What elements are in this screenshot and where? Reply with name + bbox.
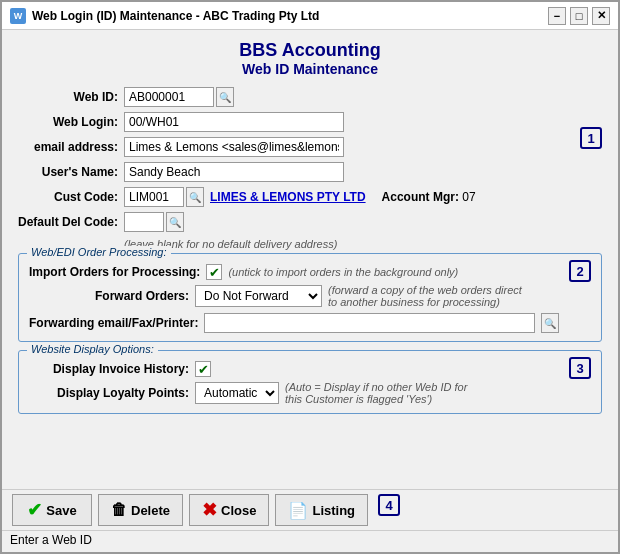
maximize-button[interactable]: □: [570, 7, 588, 25]
website-display-title: Website Display Options:: [27, 343, 158, 355]
email-label: email address:: [18, 140, 118, 154]
forward-orders-row: Forward Orders: Do Not Forward Forward t…: [29, 284, 559, 308]
cust-code-row: Cust Code: 🔍 LIMES & LEMONS PTY LTD Acco…: [18, 187, 574, 207]
default-del-label: Default Del Code:: [18, 215, 118, 229]
forwarding-search-button[interactable]: 🔍: [541, 313, 559, 333]
title-bar: W Web Login (ID) Maintenance - ABC Tradi…: [2, 2, 618, 30]
default-del-input[interactable]: [124, 212, 164, 232]
close-button[interactable]: ✖ Close: [189, 494, 269, 526]
web-login-row: Web Login:: [18, 112, 574, 132]
web-id-search-button[interactable]: 🔍: [216, 87, 234, 107]
cust-name-link[interactable]: LIMES & LEMONS PTY LTD: [210, 190, 366, 204]
status-text: Enter a Web ID: [10, 533, 92, 547]
forwarding-input[interactable]: [204, 313, 535, 333]
delete-label: Delete: [131, 503, 170, 518]
save-icon: ✔: [27, 499, 42, 521]
import-orders-hint: (untick to import orders in the backgrou…: [228, 266, 458, 278]
close-label: Close: [221, 503, 256, 518]
cust-code-label: Cust Code:: [18, 190, 118, 204]
default-del-search-button[interactable]: 🔍: [166, 212, 184, 232]
display-loyalty-select[interactable]: Automatic Yes No: [195, 382, 279, 404]
default-del-row: Default Del Code: 🔍: [18, 212, 574, 232]
website-display-inner: Display Invoice History: ✔ Display Loyal…: [29, 357, 559, 405]
default-del-group: 🔍: [124, 212, 184, 232]
web-edi-section: Web/EDI Order Processing: Import Orders …: [18, 253, 602, 342]
forward-orders-label: Forward Orders:: [29, 289, 189, 303]
close-icon: ✖: [202, 499, 217, 521]
web-id-label: Web ID:: [18, 90, 118, 104]
website-display-section: Website Display Options: Display Invoice…: [18, 350, 602, 414]
forwarding-row: Forwarding email/Fax/Printer: 🔍: [29, 313, 559, 333]
app-title: BBS Accounting Web ID Maintenance: [18, 40, 602, 77]
email-row: email address:: [18, 137, 574, 157]
badge-2: 2: [569, 260, 591, 282]
listing-button[interactable]: 📄 Listing: [275, 494, 368, 526]
import-orders-checkbox[interactable]: ✔: [206, 264, 222, 280]
import-orders-label: Import Orders for Processing:: [29, 265, 200, 279]
username-input[interactable]: [124, 162, 344, 182]
badge-3: 3: [569, 357, 591, 379]
web-id-input[interactable]: [124, 87, 214, 107]
forward-orders-select[interactable]: Do Not Forward Forward to Email Forward …: [195, 285, 322, 307]
status-bar: Enter a Web ID: [2, 530, 618, 552]
web-id-field-group: 🔍: [124, 87, 234, 107]
cust-code-input[interactable]: [124, 187, 184, 207]
display-invoice-checkbox[interactable]: ✔: [195, 361, 211, 377]
display-loyalty-label: Display Loyalty Points:: [29, 386, 189, 400]
title-bar-left: W Web Login (ID) Maintenance - ABC Tradi…: [10, 8, 319, 24]
title-bar-controls: − □ ✕: [548, 7, 610, 25]
app-title-sub: Web ID Maintenance: [18, 61, 602, 77]
main-window: W Web Login (ID) Maintenance - ABC Tradi…: [0, 0, 620, 554]
display-loyalty-hint: (Auto = Display if no other Web ID for t…: [285, 381, 485, 405]
forward-orders-hint: (forward a copy of the web orders direct…: [328, 284, 528, 308]
delete-button[interactable]: 🗑 Delete: [98, 494, 183, 526]
listing-label: Listing: [312, 503, 355, 518]
display-invoice-label: Display Invoice History:: [29, 362, 189, 376]
web-login-input[interactable]: [124, 112, 344, 132]
web-edi-content: Import Orders for Processing: ✔ (untick …: [29, 260, 591, 333]
save-button[interactable]: ✔ Save: [12, 494, 92, 526]
display-invoice-row: Display Invoice History: ✔: [29, 361, 559, 377]
badge-4: 4: [378, 494, 400, 516]
cust-code-group: 🔍: [124, 187, 204, 207]
app-icon: W: [10, 8, 26, 24]
app-title-main: BBS Accounting: [18, 40, 602, 61]
account-mgr-text: Account Mgr: 07: [382, 190, 476, 204]
delete-icon: 🗑: [111, 501, 127, 519]
badge-1: 1: [580, 127, 602, 149]
content-area: BBS Accounting Web ID Maintenance Web ID…: [2, 30, 618, 489]
username-row: User's Name:: [18, 162, 574, 182]
display-loyalty-row: Display Loyalty Points: Automatic Yes No…: [29, 381, 559, 405]
minimize-button[interactable]: −: [548, 7, 566, 25]
web-edi-inner: Import Orders for Processing: ✔ (untick …: [29, 260, 559, 333]
save-label: Save: [46, 503, 76, 518]
website-display-content: Display Invoice History: ✔ Display Loyal…: [29, 357, 591, 405]
web-id-row: Web ID: 🔍: [18, 87, 574, 107]
close-window-button[interactable]: ✕: [592, 7, 610, 25]
email-input[interactable]: [124, 137, 344, 157]
listing-icon: 📄: [288, 501, 308, 520]
web-edi-title: Web/EDI Order Processing:: [27, 246, 171, 258]
cust-code-search-button[interactable]: 🔍: [186, 187, 204, 207]
window-title: Web Login (ID) Maintenance - ABC Trading…: [32, 9, 319, 23]
web-login-label: Web Login:: [18, 115, 118, 129]
forwarding-label: Forwarding email/Fax/Printer:: [29, 316, 198, 330]
username-label: User's Name:: [18, 165, 118, 179]
import-orders-row: Import Orders for Processing: ✔ (untick …: [29, 264, 559, 280]
